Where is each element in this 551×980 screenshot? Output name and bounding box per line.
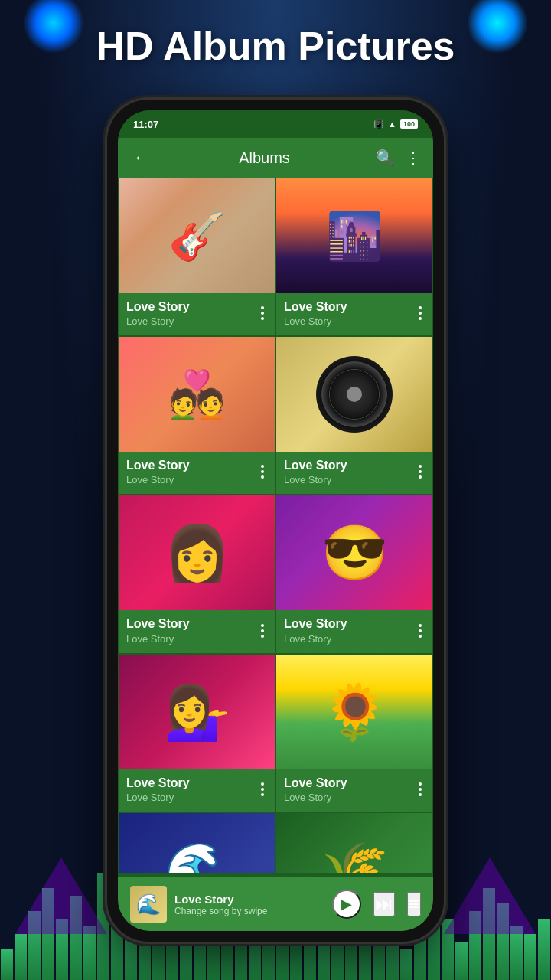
top-bar-actions: 🔍 ⋮	[376, 149, 421, 167]
album-thumbnail	[276, 655, 432, 769]
album-text: Love StoryLove Story	[284, 776, 416, 803]
eq-bar	[538, 919, 550, 980]
eq-bar	[125, 934, 137, 980]
phone-screen: 11:07 📳 ▲ 100 ← Albums 🔍 ⋮ Love StoryLov…	[118, 110, 433, 931]
eq-bar	[180, 942, 192, 980]
album-text: Love StoryLove Story	[284, 616, 416, 644]
wifi-icon: ▲	[388, 119, 396, 129]
page-title: HD Album Pictures	[0, 23, 551, 69]
battery-icon: 100	[400, 119, 418, 129]
album-subtitle: Love Story	[126, 474, 258, 485]
album-item[interactable]: Love StoryLove Story	[118, 336, 276, 495]
back-button[interactable]: ←	[130, 145, 153, 171]
eq-bar	[15, 934, 27, 980]
album-subtitle: Love Story	[284, 633, 416, 645]
album-item[interactable]: Love StoryLove Story	[276, 654, 433, 812]
album-more-button[interactable]	[416, 779, 425, 799]
play-button[interactable]: ▶	[332, 890, 361, 919]
eq-bar	[524, 934, 536, 980]
album-title: Love Story	[126, 458, 258, 472]
album-info: Love StoryLove Story	[119, 610, 275, 652]
album-thumbnail	[276, 337, 432, 452]
eq-bar	[318, 942, 330, 980]
eq-bar	[83, 926, 96, 980]
album-thumbnail	[276, 178, 432, 293]
album-title: Love Story	[284, 776, 416, 790]
album-text: Love StoryLove Story	[126, 299, 258, 327]
search-icon[interactable]: 🔍	[376, 149, 395, 167]
now-playing-info: Love Story Change song by swipe	[174, 893, 324, 916]
now-playing-bar[interactable]: Love Story Change song by swipe ▶ ⏭ ≡	[118, 877, 433, 931]
album-more-button[interactable]	[258, 621, 267, 641]
album-info: Love StoryLove Story	[276, 769, 432, 811]
album-text: Love StoryLove Story	[284, 299, 416, 327]
album-subtitle: Love Story	[126, 633, 258, 645]
album-text: Love StoryLove Story	[126, 458, 258, 485]
status-bar: 11:07 📳 ▲ 100	[118, 110, 433, 138]
eq-bar	[510, 926, 523, 980]
album-subtitle: Love Story	[126, 315, 258, 327]
album-subtitle: Love Story	[284, 315, 416, 327]
album-info: Love StoryLove Story	[119, 769, 275, 811]
album-item-partial[interactable]	[276, 812, 433, 874]
now-playing-subtitle: Change song by swipe	[174, 906, 324, 916]
albums-grid: Love StoryLove StoryLove StoryLove Story…	[118, 178, 433, 877]
album-item[interactable]: Love StoryLove Story	[276, 336, 433, 495]
playback-controls: ▶ ⏭ ≡	[332, 890, 421, 919]
album-thumbnail-partial	[119, 813, 275, 874]
album-text: Love StoryLove Story	[126, 776, 258, 803]
album-item[interactable]: Love StoryLove Story	[118, 495, 276, 653]
album-text: Love StoryLove Story	[284, 458, 416, 485]
album-title: Love Story	[284, 299, 416, 314]
album-item[interactable]: Love StoryLove Story	[118, 654, 276, 812]
album-more-button[interactable]	[416, 621, 425, 641]
album-title: Love Story	[126, 616, 258, 631]
album-more-button[interactable]	[416, 462, 425, 482]
now-playing-thumbnail	[130, 886, 167, 923]
album-title: Love Story	[126, 299, 258, 314]
top-bar-title: Albums	[161, 149, 368, 167]
album-thumbnail	[119, 337, 275, 452]
status-icons: 📳 ▲ 100	[373, 119, 418, 129]
album-more-button[interactable]	[258, 462, 267, 482]
album-info: Love StoryLove Story	[119, 452, 275, 493]
album-text: Love StoryLove Story	[126, 616, 258, 644]
album-subtitle: Love Story	[284, 474, 416, 485]
triangle-right	[444, 858, 536, 934]
now-playing-title: Love Story	[174, 893, 324, 906]
top-bar: ← Albums 🔍 ⋮	[118, 138, 433, 178]
album-more-button[interactable]	[258, 779, 267, 799]
next-button[interactable]: ⏭	[373, 892, 395, 916]
album-info: Love StoryLove Story	[276, 293, 432, 335]
album-info: Love StoryLove Story	[119, 293, 275, 335]
album-item[interactable]: Love StoryLove Story	[276, 495, 433, 653]
vibrate-icon: 📳	[373, 119, 384, 129]
album-title: Love Story	[126, 776, 258, 790]
album-item[interactable]: Love StoryLove Story	[276, 178, 433, 336]
phone-frame: 11:07 📳 ▲ 100 ← Albums 🔍 ⋮ Love StoryLov…	[107, 100, 444, 942]
status-time: 11:07	[133, 119, 158, 130]
album-subtitle: Love Story	[284, 792, 416, 803]
triangle-left	[15, 858, 107, 934]
album-title: Love Story	[284, 616, 416, 631]
album-thumbnail	[119, 655, 275, 769]
album-more-button[interactable]	[416, 303, 425, 323]
album-item[interactable]: Love StoryLove Story	[118, 178, 276, 336]
eq-bar	[1, 949, 13, 980]
album-thumbnail	[276, 495, 432, 610]
album-thumbnail-partial	[276, 813, 432, 874]
eq-bar	[455, 942, 468, 980]
album-thumbnail	[119, 495, 275, 610]
album-item-partial[interactable]	[118, 812, 276, 874]
album-info: Love StoryLove Story	[276, 610, 432, 652]
queue-button[interactable]: ≡	[407, 892, 421, 916]
album-thumbnail	[119, 178, 275, 293]
album-title: Love Story	[284, 458, 416, 472]
album-more-button[interactable]	[258, 303, 267, 323]
album-info: Love StoryLove Story	[276, 452, 432, 493]
more-options-icon[interactable]: ⋮	[406, 149, 421, 167]
eq-bar	[400, 949, 412, 980]
album-subtitle: Love Story	[126, 792, 258, 803]
